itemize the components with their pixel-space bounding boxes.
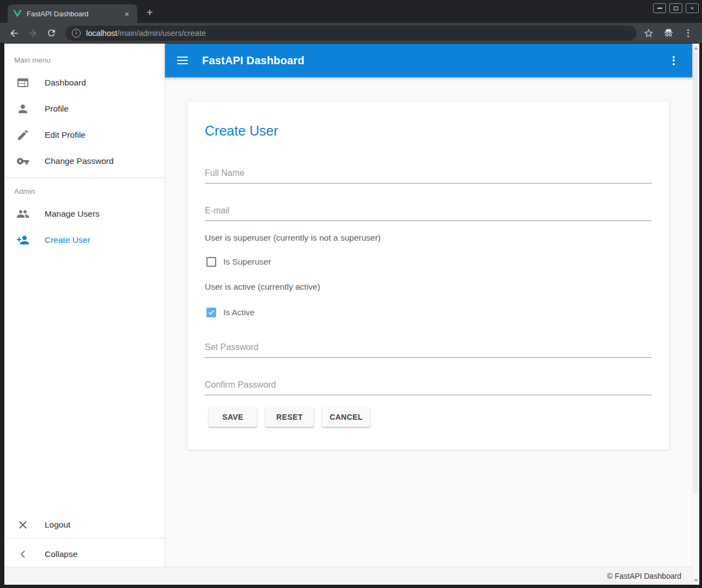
page-footer: © FastAPI Dashboard <box>4 567 692 585</box>
page-scrollbar[interactable] <box>692 44 699 585</box>
app-bar-kebab-icon[interactable] <box>667 56 680 65</box>
sidebar-section-main-menu: Main menu <box>4 56 164 65</box>
tab-close-icon[interactable]: × <box>122 9 132 19</box>
active-hint-text: User is active (currently active) <box>205 281 652 292</box>
tab-title: FastAPI Dashboard <box>27 10 122 18</box>
is-superuser-checkbox[interactable] <box>206 257 216 267</box>
vue-logo-icon <box>13 10 22 18</box>
set-password-input[interactable] <box>205 342 652 358</box>
sidebar-item-collapse[interactable]: Collapse <box>4 542 164 567</box>
pencil-icon <box>16 128 29 142</box>
browser-tab[interactable]: FastAPI Dashboard × <box>8 4 137 23</box>
sidebar-item-label: Create User <box>45 235 90 245</box>
window-controls: × <box>653 3 699 13</box>
window-minimize-button[interactable] <box>653 3 666 13</box>
sidebar-bottom-section: Logout Collapse <box>4 512 164 567</box>
window-maximize-button[interactable] <box>669 3 682 13</box>
save-button[interactable]: SAVE <box>209 407 257 427</box>
is-superuser-checkbox-row: Is Superuser <box>206 255 652 268</box>
form-buttons-row: SAVE RESET CANCEL <box>209 407 652 427</box>
person-icon <box>16 102 29 115</box>
email-input[interactable] <box>205 206 652 221</box>
page-info-icon[interactable]: i <box>72 29 81 38</box>
cancel-button[interactable]: CANCEL <box>322 407 370 427</box>
sidebar-item-change-password[interactable]: Change Password <box>4 148 164 174</box>
sidebar-divider <box>4 177 164 178</box>
sidebar-item-label: Collapse <box>45 549 77 559</box>
person-add-icon <box>16 234 29 247</box>
browser-tab-strip: FastAPI Dashboard × + × <box>0 0 702 23</box>
scrollbar-up-arrow[interactable] <box>693 45 699 51</box>
is-active-label: Is Active <box>223 308 255 317</box>
app-bar: FastAPI Dashboard <box>165 44 692 77</box>
app-bar-title: FastAPI Dashboard <box>202 54 304 67</box>
browser-menu-kebab-icon[interactable] <box>681 29 694 37</box>
scrollbar-down-arrow[interactable] <box>693 577 699 584</box>
confirm-password-field <box>205 380 652 395</box>
footer-copyright: © FastAPI Dashboard <box>607 572 681 580</box>
sidebar-section-admin: Admin <box>4 187 164 197</box>
back-button[interactable] <box>8 27 21 40</box>
url-path: /main/admin/users/create <box>117 29 206 38</box>
browser-toolbar: i localhost/main/admin/users/create <box>0 23 702 44</box>
close-x-icon <box>16 518 29 531</box>
window-close-button[interactable]: × <box>686 3 699 13</box>
toolbar-right-icons <box>642 27 694 40</box>
sidebar-item-label: Dashboard <box>45 78 86 88</box>
url-host: localhost <box>86 29 117 38</box>
is-active-checkbox-row: Is Active <box>206 306 652 319</box>
minimize-icon <box>657 8 662 9</box>
forward-button[interactable] <box>26 27 39 40</box>
sidebar-item-profile[interactable]: Profile <box>4 96 164 122</box>
is-superuser-label: Is Superuser <box>223 257 271 267</box>
is-active-checkbox[interactable] <box>206 308 216 317</box>
sidebar-item-label: Manage Users <box>45 209 100 219</box>
maximize-icon <box>674 7 678 10</box>
group-icon <box>16 207 29 220</box>
reset-button[interactable]: RESET <box>265 407 314 427</box>
incognito-icon <box>662 27 675 40</box>
scrollbar-thumb[interactable] <box>693 51 699 495</box>
sidebar-item-create-user[interactable]: Create User <box>4 227 164 253</box>
set-password-field <box>205 342 652 358</box>
create-user-card: Create User User is superuser (currently… <box>187 101 670 450</box>
sidebar-item-manage-users[interactable]: Manage Users <box>4 201 164 227</box>
sidebar-divider <box>4 538 164 538</box>
full-name-input[interactable] <box>205 168 652 183</box>
chevron-left-icon <box>16 548 29 561</box>
bookmark-star-icon[interactable] <box>642 27 655 40</box>
sidebar-item-logout[interactable]: Logout <box>4 512 164 538</box>
sidebar-item-label: Profile <box>45 104 69 114</box>
sidebar-item-label: Edit Profile <box>45 130 86 140</box>
superuser-hint-text: User is superuser (currently is not a su… <box>205 232 652 243</box>
url-bar[interactable]: i localhost/main/admin/users/create <box>65 26 637 41</box>
sidebar: Main menu Dashboard Profile Edit Profile… <box>4 44 165 567</box>
email-field <box>205 206 652 221</box>
new-tab-button[interactable]: + <box>142 4 158 21</box>
full-name-field <box>205 168 652 183</box>
confirm-password-input[interactable] <box>205 380 652 395</box>
sidebar-item-label: Change Password <box>45 156 114 166</box>
page-viewport: Main menu Dashboard Profile Edit Profile… <box>4 44 699 585</box>
page-title: Create User <box>205 101 652 139</box>
dashboard-icon <box>16 76 29 89</box>
key-icon <box>16 155 29 168</box>
hamburger-menu-icon[interactable] <box>177 57 188 64</box>
sidebar-item-dashboard[interactable]: Dashboard <box>4 70 164 96</box>
sidebar-item-label: Logout <box>45 520 70 530</box>
reload-button[interactable] <box>45 27 58 40</box>
sidebar-item-edit-profile[interactable]: Edit Profile <box>4 122 164 148</box>
